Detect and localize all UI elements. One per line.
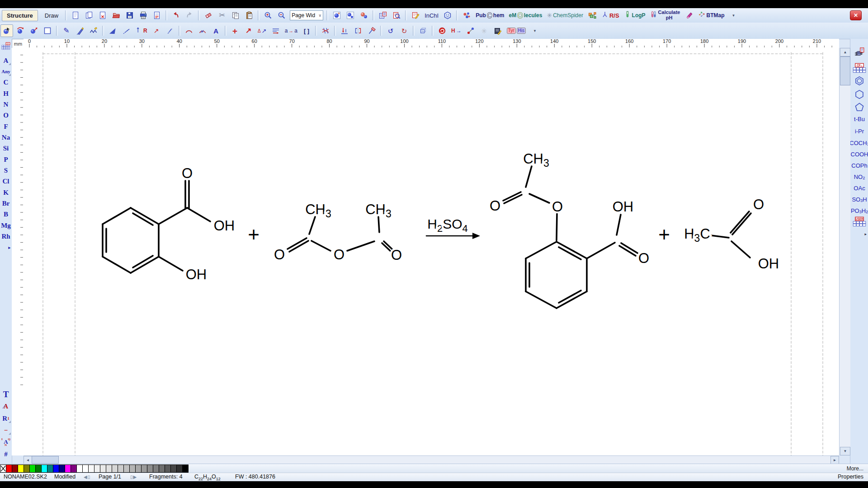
color-swatch-21[interactable] bbox=[130, 465, 136, 473]
element-button-mg[interactable]: Mg bbox=[0, 220, 12, 231]
group-coch3-button[interactable]: COCH3 bbox=[850, 137, 868, 149]
hashed-wedge-tool[interactable] bbox=[120, 24, 132, 37]
calculate-ph-button[interactable]: CalculatepH bbox=[648, 9, 682, 22]
color-swatch-8[interactable] bbox=[53, 465, 59, 473]
color-swatch-17[interactable] bbox=[106, 465, 112, 473]
horizontal-scrollbar[interactable]: ◄► bbox=[24, 455, 839, 464]
smiles-button[interactable] bbox=[441, 9, 454, 22]
color-swatch-6[interactable] bbox=[42, 465, 47, 473]
vertical-scrollbar[interactable]: ▲▼ bbox=[839, 48, 850, 455]
color-swatch-5[interactable] bbox=[36, 465, 42, 473]
next-page-button[interactable]: ▯▶ bbox=[130, 474, 137, 480]
close-button[interactable]: ✕ bbox=[850, 10, 862, 20]
element-button-s[interactable]: S bbox=[0, 165, 12, 176]
element-button-b[interactable]: B bbox=[0, 209, 12, 220]
group-tbu-button[interactable]: t-Bu bbox=[850, 113, 868, 125]
color-swatch-30[interactable] bbox=[183, 465, 189, 473]
reaction-plus-1[interactable]: + bbox=[248, 223, 259, 245]
element-button-h[interactable]: H bbox=[0, 88, 12, 99]
groups-table-button[interactable]: CF₃ bbox=[850, 62, 868, 74]
previous-page-button[interactable]: ◀▯ bbox=[84, 474, 90, 480]
element-button-f[interactable]: F bbox=[0, 121, 12, 132]
add-hydrogens-button[interactable]: H→ bbox=[449, 24, 463, 37]
numbering-tool[interactable]: # bbox=[0, 449, 12, 460]
cut-button[interactable]: ✂ bbox=[216, 9, 228, 22]
toolbar-options-button[interactable]: ▾ bbox=[528, 24, 541, 37]
zoom-in-button[interactable] bbox=[262, 9, 274, 22]
group-cooh-button[interactable]: COOH bbox=[850, 148, 868, 160]
atom-style-tool[interactable]: A∕ bbox=[0, 401, 12, 412]
drawing-canvas[interactable]: OOHOHCH3CH3OOOCH3OOOHOH3COOH++H2SO4 bbox=[24, 48, 840, 455]
element-button-n[interactable]: N bbox=[0, 99, 12, 110]
reaction-arrow[interactable]: H2SO4 bbox=[426, 216, 480, 239]
reaction-scheme-tool[interactable] bbox=[269, 24, 282, 37]
reaction-plus-2[interactable]: + bbox=[658, 223, 670, 245]
color-swatch-10[interactable] bbox=[65, 465, 71, 473]
radicals-table-button[interactable] bbox=[850, 46, 868, 58]
balls-model-button[interactable] bbox=[358, 9, 370, 22]
element-panel-expander[interactable]: ▸ bbox=[0, 242, 12, 253]
reaction-arrow-tool[interactable]: ↗ bbox=[242, 24, 255, 37]
color-swatch-28[interactable] bbox=[171, 465, 177, 473]
molecule-acetic-anhydride[interactable]: CH3CH3OOO bbox=[274, 202, 402, 263]
reaction-conditions-tool[interactable]: Δ↗ bbox=[256, 24, 269, 37]
generate-inchi-button[interactable]: InChI bbox=[423, 9, 440, 22]
molecule-aspirin[interactable]: CH3OOOHO bbox=[490, 151, 649, 308]
draw-continuous-tool[interactable] bbox=[74, 24, 86, 37]
zoom-level-select[interactable]: Page Wid∨ bbox=[290, 10, 323, 20]
new-document-button[interactable] bbox=[69, 9, 82, 22]
logp-button[interactable]: LogP bbox=[622, 9, 647, 22]
draw-chain-tool[interactable] bbox=[87, 24, 100, 37]
periodic-table-button[interactable]: Li bbox=[0, 41, 12, 52]
color-swatch-18[interactable] bbox=[112, 465, 118, 473]
select-lasso-tool[interactable] bbox=[28, 24, 40, 37]
group-oac-button[interactable]: OAc bbox=[850, 182, 868, 194]
scroll-left-button[interactable]: ◄ bbox=[24, 456, 32, 464]
color-swatch-19[interactable] bbox=[118, 465, 124, 473]
molecule-acetic-acid[interactable]: H3COOH bbox=[684, 197, 779, 272]
new-window-button[interactable] bbox=[83, 9, 95, 22]
color-swatch-12[interactable] bbox=[77, 465, 83, 473]
atom-query-tool[interactable]: AIQN bbox=[0, 436, 12, 447]
close-document-button[interactable] bbox=[96, 9, 109, 22]
color-swatch-2[interactable] bbox=[18, 465, 24, 473]
atom-label-tool[interactable]: A bbox=[210, 24, 222, 37]
element-button-any[interactable]: Any bbox=[0, 66, 12, 77]
color-swatch-26[interactable] bbox=[159, 465, 165, 473]
color-swatch-23[interactable] bbox=[142, 465, 147, 473]
user-table-button[interactable]: USER bbox=[850, 216, 868, 228]
open-button[interactable] bbox=[110, 9, 123, 22]
vertical-scroll-thumb[interactable] bbox=[840, 56, 850, 85]
color-swatch-29[interactable] bbox=[177, 465, 183, 473]
charge-minus-tool[interactable]: − bbox=[0, 425, 12, 436]
tab-structure[interactable]: Structure bbox=[2, 10, 38, 21]
tautomers-button[interactable] bbox=[586, 9, 599, 22]
text-tool[interactable]: T bbox=[0, 389, 12, 400]
color-swatch-11[interactable] bbox=[71, 465, 77, 473]
wedge-bond-tool[interactable] bbox=[106, 24, 119, 37]
print-button[interactable] bbox=[137, 9, 150, 22]
element-button-a[interactable]: A bbox=[0, 55, 12, 66]
element-button-cl[interactable]: Cl bbox=[0, 176, 12, 187]
element-button-o[interactable]: O bbox=[0, 110, 12, 121]
cyclopentane-template-button[interactable] bbox=[850, 101, 868, 113]
rotate-tool[interactable]: ↺ bbox=[384, 24, 397, 37]
toolbar-options-button[interactable]: ▾ bbox=[727, 9, 740, 22]
group-ipr-button[interactable]: i-Pr bbox=[850, 125, 868, 137]
clean-structure-button[interactable] bbox=[436, 24, 448, 37]
pubchem-button[interactable]: PubChem bbox=[474, 9, 506, 22]
rotate-3d-tool[interactable]: ↻ bbox=[398, 24, 410, 37]
palette-more-link[interactable]: More... bbox=[847, 465, 863, 472]
r-group-label-tool[interactable]: R1 bbox=[0, 413, 12, 424]
dyes-button[interactable] bbox=[683, 9, 696, 22]
arrow-bond-tool[interactable]: ↗ bbox=[150, 24, 163, 37]
color-swatch-16[interactable] bbox=[100, 465, 106, 473]
align-tool[interactable] bbox=[338, 24, 351, 37]
bond-eraser-tool[interactable] bbox=[365, 24, 378, 37]
stereo-rs-button[interactable]: R/S bbox=[599, 9, 621, 22]
chemspider-button[interactable]: ✳ChemSpider bbox=[545, 9, 585, 22]
color-swatch-4[interactable] bbox=[30, 465, 36, 473]
color-swatch-0[interactable] bbox=[6, 465, 12, 473]
paste-button[interactable] bbox=[243, 9, 255, 22]
color-swatch-22[interactable] bbox=[136, 465, 142, 473]
